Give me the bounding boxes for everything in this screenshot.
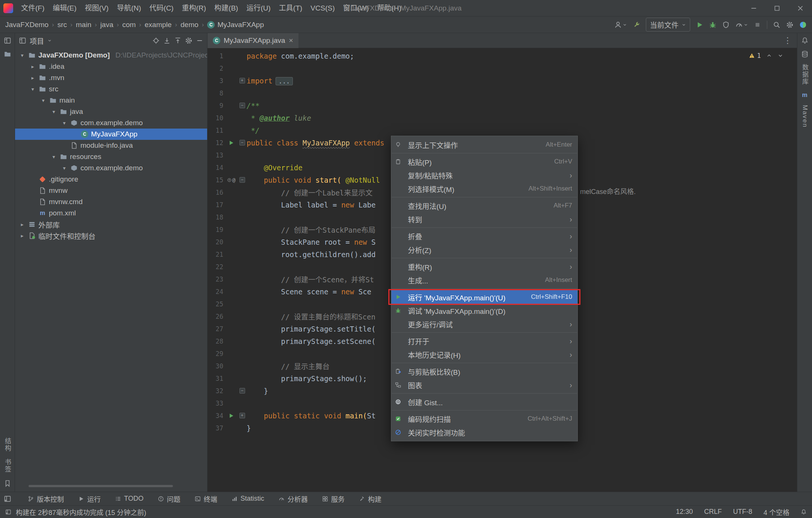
context-menu-item[interactable]: 调试 'MyJavaFXApp.main()'(D) xyxy=(391,304,577,317)
context-menu-item[interactable]: 粘贴(P)Ctrl+V xyxy=(391,155,577,168)
run-button[interactable] xyxy=(696,21,703,29)
tree-item-src[interactable]: ▾src xyxy=(15,83,207,95)
tree-chevron-icon[interactable]: ▾ xyxy=(50,154,57,160)
collapse-all-button[interactable] xyxy=(174,37,182,44)
tree-item-MyJavaFXApp[interactable]: CMyJavaFXApp xyxy=(15,129,207,140)
debug-button[interactable] xyxy=(709,21,717,29)
breadcrumb-item[interactable]: com xyxy=(122,21,136,29)
fold-marker-icon[interactable]: + xyxy=(239,413,245,418)
fold-marker-icon[interactable]: + xyxy=(239,78,245,83)
breadcrumb-item[interactable]: demo xyxy=(180,21,198,29)
tree-item-mvnw[interactable]: mvnw xyxy=(15,185,207,196)
code-line[interactable]: 3+import... xyxy=(208,74,797,87)
tab-myjavafxapp[interactable]: C MyJavaFXApp.java ✕ xyxy=(208,33,298,48)
tree-item-com.example.demo[interactable]: ▾com.example.demo xyxy=(15,162,207,174)
tree-item-.gitignore[interactable]: .gitignore xyxy=(15,174,207,185)
fold-marker-icon[interactable]: − xyxy=(239,140,245,145)
tree-item-JavaFXDemo [Demo][interactable]: ▾JavaFXDemo [Demo]D:\IDEAProjects\JCNCPr… xyxy=(15,50,207,61)
toolwindow-构建[interactable]: 构建 xyxy=(354,492,387,506)
fold-marker-icon[interactable]: − xyxy=(239,388,245,394)
context-menu-item[interactable]: 创建 Gist... xyxy=(391,395,577,409)
context-menu-item[interactable]: 复制/粘贴特殊› xyxy=(391,168,577,182)
breadcrumb-item[interactable]: example xyxy=(145,21,172,29)
indent-setting[interactable]: 4 个空格 xyxy=(764,507,789,517)
bell-icon[interactable] xyxy=(801,509,807,515)
context-menu-item[interactable]: 生成...Alt+Insert xyxy=(391,273,577,287)
code-line[interactable]: 2 xyxy=(208,62,797,74)
context-menu-item[interactable]: 图表› xyxy=(391,378,577,392)
code-line[interactable]: 8 xyxy=(208,87,797,99)
user-button[interactable] xyxy=(614,21,627,29)
tree-item-外部库[interactable]: ▸外部库 xyxy=(15,219,207,230)
stop-button[interactable] xyxy=(754,21,761,29)
context-menu-item[interactable]: 转到› xyxy=(391,212,577,226)
fold-marker-icon[interactable]: − xyxy=(239,177,245,183)
bookmark-icon[interactable] xyxy=(4,480,11,487)
breadcrumb-item[interactable]: JavaFXDemo xyxy=(5,21,48,29)
database-tool-button[interactable]: 数据库 xyxy=(800,64,809,85)
context-menu-item[interactable]: 运行 'MyJavaFXApp.main()'(U)Ctrl+Shift+F10 xyxy=(391,290,577,304)
fold-marker-icon[interactable]: − xyxy=(239,103,245,108)
locate-file-button[interactable] xyxy=(152,37,160,44)
menu-视图(V)[interactable]: 视图(V) xyxy=(81,0,113,16)
tree-item-临时文件和控制台[interactable]: ▸临时文件和控制台 xyxy=(15,230,207,241)
tree-item-main[interactable]: ▾main xyxy=(15,95,207,106)
maven-tool-button[interactable]: Maven xyxy=(801,105,809,128)
toolwindow-运行[interactable]: 运行 xyxy=(73,492,106,506)
notifications-icon[interactable] xyxy=(801,37,809,44)
toolwindow-服务[interactable]: 服务 xyxy=(317,492,350,506)
context-menu-item[interactable]: 显示上下文操作Alt+Enter xyxy=(391,138,577,151)
breadcrumb-item[interactable]: src xyxy=(58,21,67,29)
caret-position[interactable]: 12:30 xyxy=(676,508,693,516)
tree-item-.mvn[interactable]: ▸.mvn xyxy=(15,72,207,83)
context-menu-item[interactable]: 关闭实时检测功能 xyxy=(391,426,577,439)
maven-icon[interactable]: m xyxy=(801,91,809,99)
coverage-button[interactable] xyxy=(722,21,730,29)
next-warning-button[interactable] xyxy=(777,53,783,59)
minimize-button[interactable] xyxy=(742,0,765,16)
code-line[interactable]: 9−/** xyxy=(208,99,797,112)
toolwindow-问题[interactable]: 问题 xyxy=(153,492,186,506)
toolwindow-TODO[interactable]: TODO xyxy=(110,492,149,506)
menu-导航(N)[interactable]: 导航(N) xyxy=(113,0,145,16)
context-menu-item[interactable]: 打开于› xyxy=(391,334,577,348)
menu-代码(C)[interactable]: 代码(C) xyxy=(145,0,177,16)
code-line[interactable]: 11 */ xyxy=(208,124,797,136)
context-menu-item[interactable]: 更多运行/调试› xyxy=(391,317,577,331)
toolwindow-版本控制[interactable]: 版本控制 xyxy=(23,492,69,506)
tab-close-icon[interactable]: ✕ xyxy=(289,37,294,44)
tree-item-pom.xml[interactable]: mpom.xml xyxy=(15,208,207,219)
expand-all-button[interactable] xyxy=(163,37,171,44)
context-menu-item[interactable]: 与剪贴板比较(B) xyxy=(391,365,577,378)
run-config-selector[interactable]: 当前文件 xyxy=(646,18,690,32)
tree-chevron-icon[interactable]: ▾ xyxy=(61,120,68,126)
maximize-button[interactable] xyxy=(765,0,789,16)
tree-chevron-icon[interactable]: ▸ xyxy=(29,64,36,70)
search-button[interactable] xyxy=(773,21,780,29)
context-menu-item[interactable]: 本地历史记录(H)› xyxy=(391,348,577,361)
bookmarks-tool-button[interactable]: 书签 xyxy=(3,459,12,473)
breadcrumb-item[interactable]: main xyxy=(76,21,91,29)
breadcrumb-current[interactable]: CMyJavaFXApp xyxy=(207,21,264,29)
menu-工具(T)[interactable]: 工具(T) xyxy=(275,0,306,16)
tree-chevron-icon[interactable]: ▾ xyxy=(40,97,47,103)
horizontal-scrollbar[interactable] xyxy=(29,485,173,487)
folder-tool-icon[interactable] xyxy=(4,50,11,58)
tab-options-icon[interactable]: ⋮ xyxy=(778,36,797,45)
structure-tool-button[interactable]: 结构 xyxy=(3,438,12,452)
file-encoding[interactable]: UTF-8 xyxy=(733,508,752,516)
tree-chevron-icon[interactable]: ▾ xyxy=(50,109,57,115)
tree-item-com.example.demo[interactable]: ▾com.example.demo xyxy=(15,117,207,129)
toolwindow-Statistic[interactable]: Statistic xyxy=(226,492,270,506)
menu-文件(F)[interactable]: 文件(F) xyxy=(17,0,48,16)
code-line[interactable]: 10 * @author luke xyxy=(208,112,797,124)
project-tool-icon[interactable] xyxy=(4,37,11,44)
menu-VCS(S)[interactable]: VCS(S) xyxy=(306,0,339,16)
window-layout-icon[interactable] xyxy=(4,495,11,503)
tree-chevron-icon[interactable]: ▸ xyxy=(29,75,36,81)
context-menu-item[interactable]: 折叠› xyxy=(391,229,577,243)
menu-重构(R)[interactable]: 重构(R) xyxy=(178,0,210,16)
context-menu-item[interactable]: 分析(Z)› xyxy=(391,243,577,256)
menu-编辑(E)[interactable]: 编辑(E) xyxy=(48,0,80,16)
toolwindow-分析器[interactable]: 分析器 xyxy=(273,492,313,506)
